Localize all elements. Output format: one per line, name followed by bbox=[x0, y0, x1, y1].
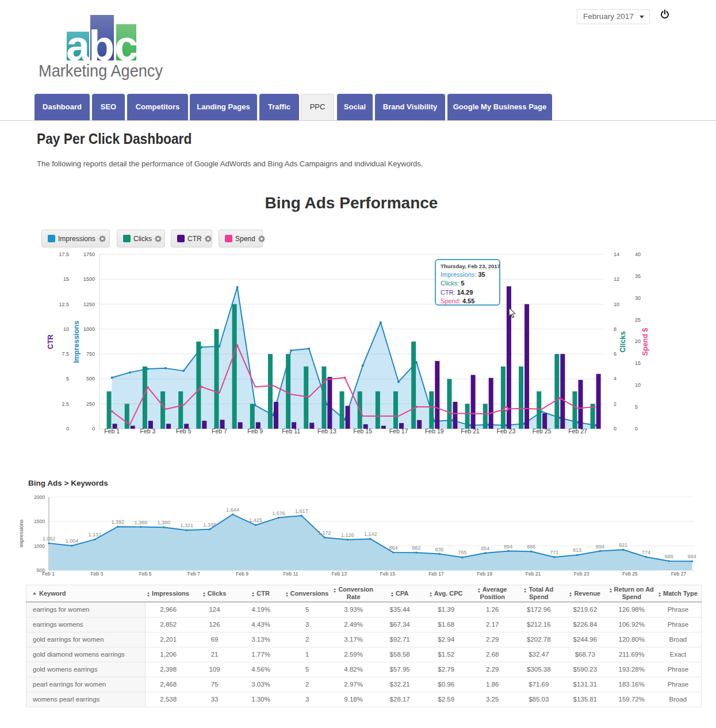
svg-text:1,644: 1,644 bbox=[226, 507, 239, 513]
svg-text:Feb 27: Feb 27 bbox=[671, 571, 687, 577]
svg-text:8: 8 bbox=[614, 326, 617, 332]
svg-text:35: 35 bbox=[635, 273, 641, 279]
svg-text:17.5: 17.5 bbox=[59, 251, 69, 257]
svg-text:Impressions: Impressions bbox=[72, 321, 81, 363]
svg-text:30: 30 bbox=[635, 295, 641, 301]
svg-text:1,172: 1,172 bbox=[318, 530, 331, 536]
svg-text:1,004: 1,004 bbox=[66, 538, 79, 544]
svg-text:Feb 3: Feb 3 bbox=[90, 571, 103, 577]
svg-text:886: 886 bbox=[527, 544, 535, 550]
svg-text:1250: 1250 bbox=[83, 302, 95, 307]
svg-text:813: 813 bbox=[573, 547, 581, 553]
svg-text:Feb 23: Feb 23 bbox=[497, 428, 516, 434]
svg-text:Feb 25: Feb 25 bbox=[622, 571, 638, 577]
svg-text:Feb 25: Feb 25 bbox=[533, 428, 552, 434]
svg-text:12: 12 bbox=[614, 276, 619, 282]
svg-text:1,380: 1,380 bbox=[157, 520, 170, 525]
svg-text:1,126: 1,126 bbox=[341, 532, 354, 538]
svg-text:0: 0 bbox=[66, 426, 69, 432]
svg-text:Feb 1: Feb 1 bbox=[104, 428, 120, 434]
svg-text:Feb 27: Feb 27 bbox=[568, 428, 587, 434]
svg-text:CTR: CTR bbox=[47, 334, 55, 349]
svg-text:771: 771 bbox=[550, 550, 558, 555]
svg-text:1,425: 1,425 bbox=[249, 517, 262, 523]
svg-text:0: 0 bbox=[614, 426, 617, 432]
svg-text:5: 5 bbox=[66, 376, 69, 382]
svg-text:894: 894 bbox=[596, 544, 604, 550]
svg-text:0: 0 bbox=[92, 426, 95, 432]
svg-text:Feb 23: Feb 23 bbox=[574, 571, 589, 577]
svg-text:Feb 7: Feb 7 bbox=[187, 571, 200, 577]
svg-text:500: 500 bbox=[86, 376, 95, 382]
svg-text:6: 6 bbox=[614, 351, 617, 357]
svg-text:774: 774 bbox=[642, 550, 650, 555]
svg-text:Feb 15: Feb 15 bbox=[353, 428, 372, 434]
svg-text:684: 684 bbox=[688, 554, 696, 559]
svg-text:Feb 11: Feb 11 bbox=[284, 571, 298, 577]
svg-text:10: 10 bbox=[635, 382, 641, 388]
svg-text:Feb 15: Feb 15 bbox=[380, 571, 396, 577]
svg-text:688: 688 bbox=[665, 554, 673, 559]
svg-text:7.5: 7.5 bbox=[62, 351, 69, 357]
svg-text:921: 921 bbox=[619, 542, 627, 548]
svg-text:14: 14 bbox=[614, 251, 619, 257]
svg-text:15: 15 bbox=[63, 276, 69, 282]
svg-text:Feb 21: Feb 21 bbox=[526, 571, 541, 577]
svg-text:250: 250 bbox=[86, 401, 95, 407]
svg-text:Feb 21: Feb 21 bbox=[461, 428, 480, 434]
svg-text:12.5: 12.5 bbox=[59, 302, 69, 307]
svg-text:1,052: 1,052 bbox=[43, 536, 56, 542]
svg-text:750: 750 bbox=[86, 351, 95, 357]
svg-text:1,142: 1,142 bbox=[364, 531, 377, 537]
svg-text:1500: 1500 bbox=[34, 519, 45, 524]
svg-text:15: 15 bbox=[635, 360, 641, 366]
svg-text:Feb 5: Feb 5 bbox=[176, 428, 192, 434]
svg-text:1,576: 1,576 bbox=[272, 510, 285, 516]
svg-text:1750: 1750 bbox=[83, 251, 95, 257]
svg-text:864: 864 bbox=[389, 545, 398, 551]
svg-text:1,338: 1,338 bbox=[203, 522, 216, 528]
svg-text:894: 894 bbox=[504, 544, 512, 550]
svg-text:1,131: 1,131 bbox=[89, 532, 102, 538]
svg-text:765: 765 bbox=[458, 550, 466, 555]
svg-text:Feb 11: Feb 11 bbox=[282, 428, 300, 434]
svg-text:Feb 5: Feb 5 bbox=[139, 571, 152, 577]
svg-text:20: 20 bbox=[635, 338, 641, 344]
svg-text:1,321: 1,321 bbox=[180, 523, 193, 528]
svg-text:862: 862 bbox=[412, 545, 421, 551]
svg-text:Impressions: Impressions bbox=[18, 519, 24, 547]
svg-text:Feb 3: Feb 3 bbox=[140, 428, 155, 434]
svg-text:1,392: 1,392 bbox=[112, 519, 125, 525]
svg-text:Feb 13: Feb 13 bbox=[332, 571, 347, 577]
svg-text:10: 10 bbox=[614, 302, 619, 307]
svg-text:1000: 1000 bbox=[83, 326, 95, 332]
svg-text:40: 40 bbox=[635, 251, 641, 257]
svg-text:4: 4 bbox=[614, 376, 617, 382]
svg-text:1,617: 1,617 bbox=[295, 508, 308, 514]
svg-text:Feb 7: Feb 7 bbox=[212, 428, 227, 434]
svg-text:2.5: 2.5 bbox=[62, 401, 69, 407]
svg-text:1500: 1500 bbox=[83, 276, 95, 282]
svg-text:854: 854 bbox=[481, 546, 489, 551]
svg-text:Feb 9: Feb 9 bbox=[247, 428, 263, 434]
svg-text:Clicks: Clicks bbox=[619, 331, 627, 353]
svg-text:Feb 9: Feb 9 bbox=[236, 571, 248, 577]
svg-text:2000: 2000 bbox=[34, 494, 45, 500]
svg-text:0: 0 bbox=[635, 426, 638, 432]
svg-text:Feb 17: Feb 17 bbox=[428, 571, 444, 577]
svg-text:Feb 19: Feb 19 bbox=[425, 428, 444, 434]
svg-text:Feb 1: Feb 1 bbox=[42, 571, 55, 577]
svg-text:1000: 1000 bbox=[34, 543, 45, 549]
svg-text:Feb 13: Feb 13 bbox=[317, 428, 336, 434]
svg-text:Feb 17: Feb 17 bbox=[389, 428, 408, 434]
svg-text:Spend $: Spend $ bbox=[641, 328, 649, 356]
svg-text:10: 10 bbox=[63, 326, 69, 332]
svg-text:835: 835 bbox=[435, 547, 443, 552]
svg-text:2: 2 bbox=[614, 401, 617, 407]
svg-text:1,388: 1,388 bbox=[134, 520, 147, 525]
svg-text:25: 25 bbox=[635, 317, 641, 323]
svg-text:5: 5 bbox=[635, 404, 638, 410]
svg-text:Feb 19: Feb 19 bbox=[477, 571, 492, 577]
